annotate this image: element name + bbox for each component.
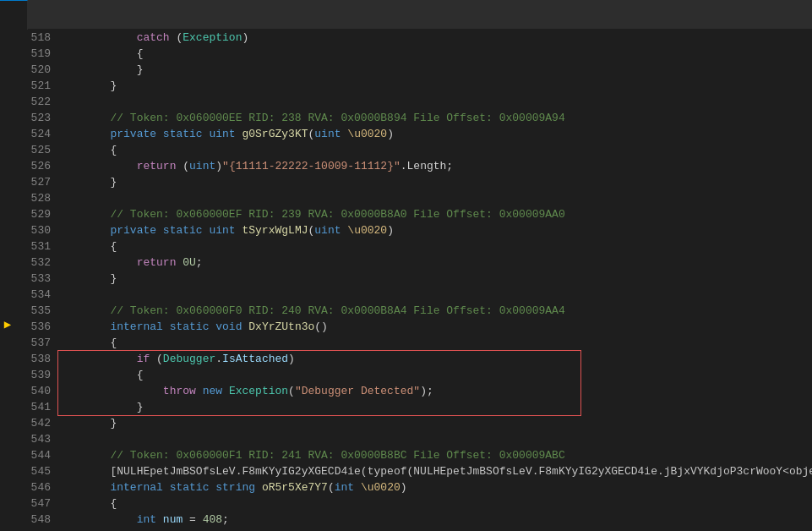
line-number: 543: [22, 431, 51, 447]
code-token: ): [387, 222, 394, 238]
line-number: 531: [22, 238, 51, 255]
code-token: void: [209, 319, 242, 335]
code-token: internal: [110, 479, 162, 495]
code-token: static: [156, 126, 203, 142]
line-number: 536: [22, 319, 51, 335]
line-number: 539: [22, 367, 51, 383]
code-token: {: [110, 335, 117, 351]
code-token: private: [110, 126, 156, 142]
line-number: 528: [22, 190, 51, 206]
code-token: {: [137, 367, 144, 383]
code-token: {: [110, 238, 117, 255]
arrow-indicator: [0, 381, 15, 394]
code-line: [57, 190, 812, 206]
line-number: 524: [22, 126, 51, 142]
code-token: {: [137, 46, 144, 62]
code-line: [57, 287, 812, 303]
indent: [57, 78, 110, 94]
arrow-indicator: [0, 255, 15, 267]
code-line: {: [57, 238, 812, 255]
arrow-indicator: [0, 105, 15, 118]
line-number: 533: [22, 271, 51, 287]
code-token: (: [328, 479, 335, 495]
code-line: int num = 408;: [57, 512, 812, 528]
code-token: (: [288, 383, 295, 399]
code-token: oR5r5Xe7Y7: [262, 479, 328, 495]
code-token: );: [420, 383, 433, 399]
code-token: }: [110, 271, 117, 287]
code-line: {: [57, 495, 812, 512]
code-line: if (Debugger.IsAttached): [57, 351, 812, 367]
arrow-indicator: [0, 205, 15, 217]
code-editor[interactable]: catch (Exception) { } } // Token: 0x0600…: [57, 30, 812, 531]
code-line: {: [57, 335, 812, 351]
indent: [57, 126, 110, 142]
code-token: ;: [196, 255, 203, 271]
code-line: for (;;): [57, 528, 812, 531]
editor-tab[interactable]: [0, 0, 28, 30]
arrow-indicator: [0, 67, 15, 79]
code-token: int: [335, 479, 354, 495]
code-token: 408: [203, 512, 222, 528]
code-token: for: [137, 528, 156, 531]
code-token: {11111-22222-10009-11112}: [229, 158, 394, 174]
indent: [57, 319, 110, 335]
arrow-indicator: [0, 117, 15, 129]
code-line: {: [57, 142, 812, 158]
arrow-indicator: [0, 30, 15, 42]
line-number: 529: [22, 206, 51, 222]
code-token: uint: [314, 222, 341, 238]
code-token: }: [110, 415, 117, 431]
code-line: }: [57, 415, 812, 431]
code-token: string: [209, 479, 255, 495]
code-token: [176, 158, 183, 174]
code-line: {: [57, 367, 812, 383]
line-number: 527: [22, 174, 51, 190]
arrow-indicator: [0, 279, 15, 292]
arrow-indicator: [0, 267, 15, 280]
code-line: private static uint g0SrGZy3KT(uint \u00…: [57, 126, 812, 142]
code-token: new: [203, 383, 222, 399]
code-line: internal static string oR5r5Xe7Y7(int \u…: [57, 479, 812, 495]
code-token: \u0020: [347, 222, 387, 238]
line-number: 525: [22, 142, 51, 158]
arrow-indicator: [0, 393, 15, 406]
code-token: }: [137, 62, 144, 78]
code-token: uint: [203, 222, 236, 238]
code-token: .: [215, 351, 222, 367]
line-number: 545: [22, 463, 51, 479]
code-token: IsAttached: [222, 351, 288, 367]
code-line: }: [57, 174, 812, 190]
arrow-indicator: [0, 242, 15, 255]
code-token: [242, 319, 248, 335]
line-number: 544: [22, 447, 51, 463]
code-token: int: [137, 512, 156, 528]
line-number: 520: [22, 62, 51, 78]
code-token: tSyrxWgLMJ: [242, 222, 308, 238]
code-token: [341, 222, 348, 238]
code-token: (: [170, 30, 183, 46]
indent: [57, 142, 110, 158]
indent: [57, 62, 137, 78]
line-number: 534: [22, 287, 51, 303]
code-token: [341, 126, 348, 142]
code-token: // Token: 0x060000F0 RID: 240 RVA: 0x000…: [110, 303, 564, 319]
line-number: 549: [22, 528, 51, 531]
arrow-indicator: [0, 304, 15, 317]
code-token: ": [222, 158, 229, 174]
code-token: internal: [110, 319, 162, 335]
code-token: // Token: 0x060000F1 RID: 241 RVA: 0x000…: [110, 447, 564, 463]
code-token: (: [308, 222, 314, 238]
arrow-indicator: [0, 42, 15, 55]
code-token: static: [163, 479, 210, 495]
code-token: uint: [203, 126, 236, 142]
code-token: (;;): [156, 528, 189, 531]
code-token: [236, 126, 243, 142]
code-token: private: [110, 222, 156, 238]
indent: [57, 30, 137, 46]
code-token: [354, 479, 361, 495]
arrow-indicator: [0, 406, 15, 419]
line-number: 542: [22, 415, 51, 431]
code-line: throw new Exception("Debugger Detected")…: [57, 383, 812, 399]
code-token: }: [137, 399, 144, 415]
